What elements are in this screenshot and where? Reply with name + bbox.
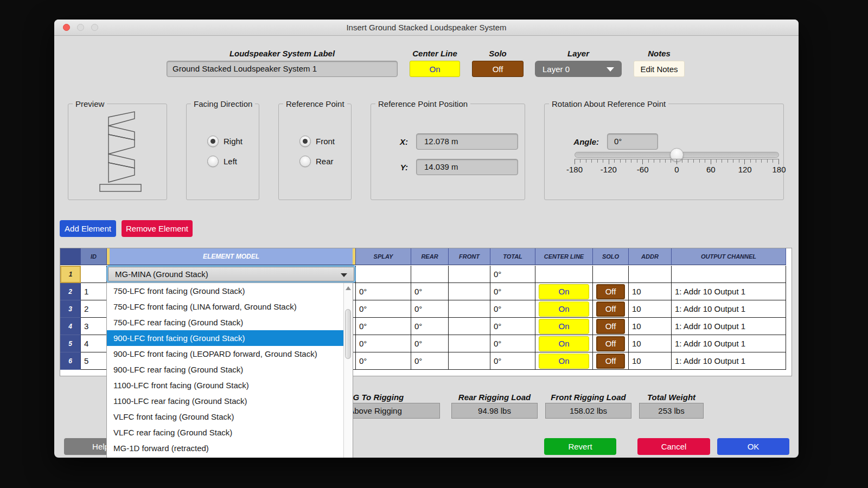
column-header-front[interactable]: FRONT [449,248,490,265]
cell-rear[interactable]: 0° [411,335,449,352]
row-header[interactable]: 6 [60,352,81,370]
center-line-cell-toggle[interactable]: On [539,301,589,317]
column-header-element-model[interactable]: ELEMENT MODEL [107,248,356,265]
dropdown-item[interactable]: VLFC front facing (Ground Stack) [107,409,343,425]
dropdown-item[interactable]: 900-LFC front facing (LEOPARD forward, G… [107,346,343,362]
cell-splay[interactable]: 0° [356,318,411,335]
center-line-toggle[interactable]: On [410,61,460,77]
radio-unselected-icon[interactable] [299,156,311,167]
center-line-cell-toggle[interactable]: On [539,284,589,299]
cell-front[interactable] [449,266,490,283]
facing-right-option[interactable]: Right [207,136,242,147]
cell-front[interactable] [449,318,490,335]
cell-addr[interactable]: 10 [629,318,672,335]
cell-output-channel[interactable] [672,266,786,283]
cell-output-channel[interactable]: 1: Addr 10 Output 1 [672,283,786,300]
solo-cell-toggle[interactable]: Off [596,319,625,334]
cell-element-model[interactable]: MG-MINA (Ground Stack) [107,266,356,283]
column-header-center-line[interactable]: CENTER LINE [535,248,593,265]
dropdown-item[interactable]: 900-LFC front facing (Ground Stack) [107,330,343,346]
y-position-field[interactable]: 14.039 m [416,159,518,175]
cell-total[interactable]: 0° [490,318,535,335]
cell-center-line[interactable] [535,266,593,283]
cell-id[interactable]: 2 [81,300,107,318]
cell-front[interactable] [449,352,490,370]
cell-output-channel[interactable]: 1: Addr 10 Output 1 [672,352,786,370]
dropdown-item[interactable]: 750-LFC front facing (LINA forward, Grou… [107,299,343,314]
center-line-cell-toggle[interactable]: On [539,336,589,351]
revert-button[interactable]: Revert [544,438,616,455]
dropdown-scrollbar[interactable] [343,283,353,458]
refpoint-front-option[interactable]: Front [299,136,335,147]
add-element-button[interactable]: Add Element [60,220,116,237]
column-header-output-channel[interactable]: OUTPUT CHANNEL [672,248,786,265]
cell-rear[interactable]: 0° [411,318,449,335]
dropdown-item[interactable]: 1100-LFC rear facing (Ground Stack) [107,393,343,409]
x-position-field[interactable]: 12.078 m [416,133,518,150]
row-header[interactable]: 4 [60,318,81,335]
cell-output-channel[interactable]: 1: Addr 10 Output 1 [672,335,786,352]
cell-id[interactable]: 5 [81,352,107,370]
column-header-total[interactable]: TOTAL [490,248,535,265]
radio-unselected-icon[interactable] [207,156,219,167]
cell-front[interactable] [449,335,490,352]
center-line-cell-toggle[interactable]: On [539,354,589,369]
dropdown-item[interactable]: 750-LFC front facing (Ground Stack) [107,283,343,299]
cell-output-channel[interactable]: 1: Addr 10 Output 1 [672,318,786,335]
cancel-button[interactable]: Cancel [637,438,710,455]
row-header[interactable]: 2 [60,283,81,300]
dropdown-item[interactable]: 900-LFC rear facing (Ground Stack) [107,362,343,377]
cell-solo[interactable] [593,266,629,283]
column-header-splay[interactable]: SPLAY [356,248,411,265]
remove-element-button[interactable]: Remove Element [122,220,193,237]
cell-id[interactable]: 4 [81,335,107,352]
scroll-up-arrow-icon[interactable] [346,286,351,290]
dropdown-item[interactable]: 1100-LFC front facing (Ground Stack) [107,377,343,393]
cell-id[interactable]: 1 [81,283,107,300]
row-header[interactable]: 3 [60,300,81,318]
column-header-solo[interactable]: SOLO [593,248,629,265]
cell-output-channel[interactable]: 1: Addr 10 Output 1 [672,300,786,318]
cell-splay[interactable] [356,266,411,283]
facing-left-option[interactable]: Left [207,156,237,167]
element-model-combobox[interactable]: MG-MINA (Ground Stack) [108,267,354,281]
cell-front[interactable] [449,300,490,318]
solo-toggle[interactable]: Off [472,61,524,77]
cell-splay[interactable]: 0° [356,283,411,300]
column-header-id[interactable]: ID [81,248,107,265]
cell-rear[interactable]: 0° [411,352,449,370]
center-line-cell-toggle[interactable]: On [539,319,589,334]
cell-id[interactable] [81,266,107,283]
radio-selected-icon[interactable] [299,136,311,147]
row-header-selected[interactable]: 1 [60,266,81,283]
cell-addr[interactable] [629,266,672,283]
dropdown-item[interactable]: 750-LFC rear facing (Ground Stack) [107,314,343,330]
cell-rear[interactable] [411,266,449,283]
solo-cell-toggle[interactable]: Off [596,354,625,369]
scrollbar-thumb[interactable] [345,309,351,359]
cell-total[interactable]: 0° [490,283,535,300]
row-header[interactable]: 5 [60,335,81,352]
cell-total[interactable]: 0° [490,352,535,370]
angle-field[interactable]: 0° [607,133,658,150]
cell-rear[interactable]: 0° [411,300,449,318]
cell-addr[interactable]: 10 [629,352,672,370]
solo-cell-toggle[interactable]: Off [596,284,625,299]
cell-addr[interactable]: 10 [629,335,672,352]
cell-splay[interactable]: 0° [356,300,411,318]
column-header-addr[interactable]: ADDR [629,248,672,265]
layer-dropdown[interactable]: Layer 0 [535,61,622,77]
cell-id[interactable]: 3 [81,318,107,335]
cell-rear[interactable]: 0° [411,283,449,300]
ok-button[interactable]: OK [717,438,789,455]
refpoint-rear-option[interactable]: Rear [299,156,334,167]
solo-cell-toggle[interactable]: Off [596,301,625,317]
cell-total[interactable]: 0° [490,300,535,318]
edit-notes-button[interactable]: Edit Notes [634,61,685,77]
radio-selected-icon[interactable] [207,136,219,147]
column-header-rear[interactable]: REAR [411,248,449,265]
cell-addr[interactable]: 10 [629,283,672,300]
system-label-input[interactable]: Ground Stacked Loudspeaker System 1 [167,61,398,77]
cell-addr[interactable]: 10 [629,300,672,318]
cell-total[interactable]: 0° [490,335,535,352]
